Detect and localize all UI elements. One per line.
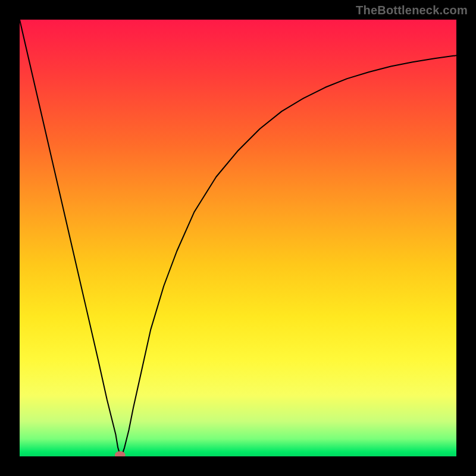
attribution-label: TheBottleneck.com (356, 4, 468, 17)
minimum-marker (115, 451, 126, 456)
bottleneck-curve (20, 20, 456, 455)
chart-svg (20, 20, 456, 456)
chart-plot-area (20, 20, 456, 456)
chart-frame: TheBottleneck.com (0, 0, 476, 476)
